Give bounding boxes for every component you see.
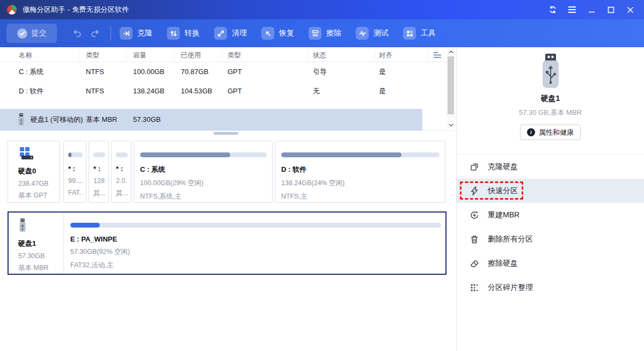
cell-scheme: GPT [228,62,242,82]
partition-block-c[interactable]: C : 系统 100.00GB(29% 空闲) NTFS,系统,主 [134,141,273,203]
cell-status: 引导 [313,62,327,82]
partition-title: * : [93,165,105,173]
submit-label: 提交 [32,28,47,38]
column-header-status: 状态 [313,48,326,62]
info-icon: i [527,128,535,136]
usb-drive-icon [538,54,563,89]
toolbar: 提交 克隆 转换 [0,19,644,47]
splitter-handle[interactable] [214,132,238,135]
disk1-info-panel[interactable]: 硬盘1 57.30GB 基本 MBR [9,213,64,274]
tools-icon [403,27,416,40]
sidebar-item-label: 克隆硬盘 [488,162,518,172]
partition-title: * : [116,165,128,173]
rebuild-mbr-icon [470,210,479,220]
cell-used: 70.87GB [181,62,208,82]
tool-tools[interactable]: 工具 [403,27,436,40]
tool-label: 恢复 [279,28,294,38]
close-button[interactable] [620,2,640,18]
scroll-down-icon[interactable] [447,121,455,129]
column-header-fs: 类型 [86,48,99,62]
disk1-table-row[interactable]: 硬盘1 (可移动的) 基本 MBR 57.30GB [0,109,422,130]
volume-row-d[interactable]: D : 软件 NTFS 138.24GB 104.53GB GPT 无 是 [0,82,445,101]
cell-aligned: 是 [379,82,386,101]
tool-clone[interactable]: 克隆 [120,27,152,40]
cell-name: C : 系统 [19,62,43,82]
sidebar-item-wipe-disk[interactable]: 擦除硬盘 [457,251,644,275]
erase-icon [309,27,321,40]
window-title: 傲梅分区助手 - 免费无损分区软件 [23,5,129,14]
properties-health-button[interactable]: i 属性和健康 [520,125,581,140]
sidebar-item-quick-partition[interactable]: 快速分区 [457,179,644,203]
cell-capacity: 100.00GB [133,62,165,82]
test-icon [356,27,369,40]
sidebar-item-label: 删除所有分区 [488,235,533,244]
column-header-used: 已使用 [181,48,201,62]
partition-fs: FAT... [68,189,83,196]
toolbar-separator [111,26,111,40]
partition-fs: NTFS,系统,主 [140,192,267,201]
column-header-aligned: 对齐 [379,48,392,62]
content-pane: 名称 类型 容量 已使用 类型 状态 对齐 C : 系统 [0,47,456,351]
sidebar-item-rebuild-mbr[interactable]: 重建MBR [457,203,644,227]
sidebar-item-clone-disk[interactable]: 克隆硬盘 [457,155,644,179]
partition-title: D : 软件 [281,165,440,174]
partition-fs: NTFS,主 [281,192,440,201]
volume-row-c[interactable]: C : 系统 NTFS 100.00GB 70.87GB GPT 引导 是 [0,62,445,82]
cell-fs: NTFS [86,62,104,82]
sidebar-item-label: 分区碎片整理 [488,283,533,292]
cell-disk-style: 基本 MBR [86,109,118,130]
tool-clean[interactable]: 清理 [214,27,247,40]
redo-button[interactable] [88,29,101,38]
sidebar-item-partition-defrag[interactable]: 分区碎片整理 [457,275,644,299]
column-settings-button[interactable] [433,51,442,61]
disk-icon [18,147,34,160]
scroll-up-icon[interactable] [447,48,455,56]
cell-name: D : 软件 [19,82,43,101]
tool-erase[interactable]: 擦除 [309,27,341,40]
tool-label: 测试 [374,28,389,38]
sidebar-disk-info: 57.30 GB,基本 MBR [457,108,644,118]
check-icon [17,28,27,39]
window-controls [543,2,640,18]
scrollbar-thumb[interactable] [448,56,454,114]
disk0-style: 基本 GPT [18,191,56,200]
minimize-button[interactable] [582,2,601,18]
defrag-icon [470,283,479,292]
disk1-style: 基本 MBR [18,264,60,273]
partition-title: C : 系统 [140,165,267,174]
pane-divider [0,130,456,131]
tool-convert[interactable]: 转换 [167,27,200,40]
eraser-icon [470,259,479,268]
partition-assistant-window: 傲梅分区助手 - 免费无损分区软件 [0,0,644,351]
partition-block[interactable]: * : 99.... FAT... [63,141,86,203]
partition-title: E : PA_WINPE [70,235,441,243]
partition-block[interactable]: * : 128... 其... [89,141,109,203]
attention-dashed-box [460,181,523,200]
disk0-info-panel[interactable]: 硬盘0 238.47GB 基本 GPT [8,141,60,203]
properties-health-label: 属性和健康 [539,128,574,137]
partition-block[interactable]: * : 2.0... 其... [111,141,131,203]
cell-disk-capacity: 57.30GB [133,109,160,130]
tool-recover[interactable]: 恢复 [261,27,294,40]
sidebar-item-delete-all-partitions[interactable]: 删除所有分区 [457,227,644,251]
clone-disk-icon [470,162,479,172]
refresh-icon[interactable] [543,2,562,18]
convert-icon [167,27,180,40]
maximize-button[interactable] [601,2,620,18]
partition-block-d[interactable]: D : 软件 138.24GB(24% 空闲) NTFS,主 [275,141,445,203]
sidebar-disk-name: 硬盘1 [457,94,644,104]
tool-test[interactable]: 测试 [356,27,389,40]
submit-button[interactable]: 提交 [6,24,57,43]
tool-label: 转换 [185,28,200,38]
table-scrollbar[interactable] [447,48,455,129]
disk0-map-row: 硬盘0 238.47GB 基本 GPT * : 99.... FAT... * … [0,141,456,203]
partition-block-e[interactable]: E : PA_WINPE 57.30GB(92% 空闲) FAT32,活动,主 [64,213,445,274]
menu-icon[interactable] [562,2,582,18]
cell-disk-name: 硬盘1 (可移动的) [31,109,83,130]
cell-status: 无 [313,82,320,101]
disk1-map-row-selected[interactable]: 硬盘1 57.30GB 基本 MBR E : PA_WINPE 57.30GB(… [8,211,447,275]
partition-size: 2.0... [116,177,128,185]
partition-size: 128... [93,177,105,185]
undo-button[interactable] [71,29,84,38]
disk0-name: 硬盘0 [18,166,56,176]
